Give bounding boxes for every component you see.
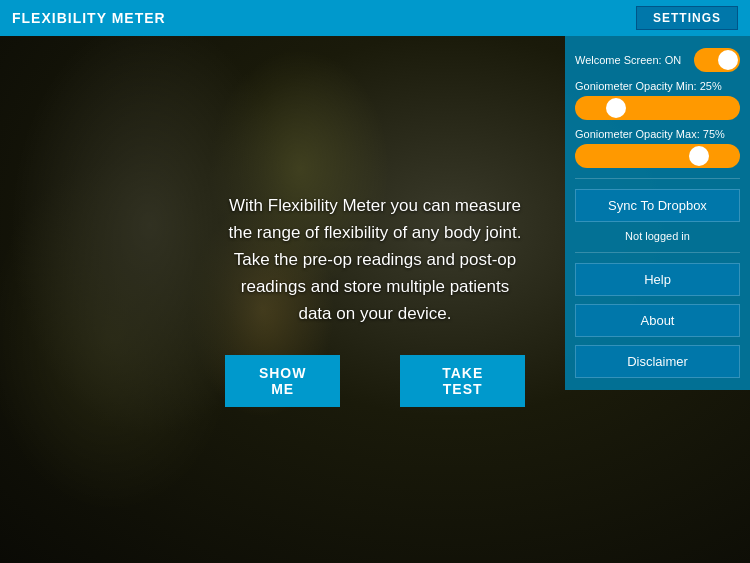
opacity-min-thumb: [606, 98, 626, 118]
welcome-screen-toggle[interactable]: [694, 48, 740, 72]
center-panel: With Flexibility Meter you can measure t…: [205, 172, 545, 428]
not-logged-in-text: Not logged in: [575, 230, 740, 242]
opacity-min-slider[interactable]: [575, 96, 740, 120]
opacity-max-label: Goniometer Opacity Max: 75%: [575, 128, 740, 140]
take-test-button[interactable]: TAKE TEST: [400, 355, 525, 407]
opacity-max-row: Goniometer Opacity Max: 75%: [575, 128, 740, 168]
top-bar: FLEXIBILITY METER SETTINGS: [0, 0, 750, 36]
divider-2: [575, 252, 740, 253]
about-button[interactable]: About: [575, 304, 740, 337]
disclaimer-button[interactable]: Disclaimer: [575, 345, 740, 378]
opacity-max-slider[interactable]: [575, 144, 740, 168]
opacity-min-row: Goniometer Opacity Min: 25%: [575, 80, 740, 120]
sync-dropbox-button[interactable]: Sync To Dropbox: [575, 189, 740, 222]
action-buttons: SHOW ME TAKE TEST: [225, 355, 525, 407]
description-text: With Flexibility Meter you can measure t…: [225, 192, 525, 328]
settings-panel: Welcome Screen: ON Goniometer Opacity Mi…: [565, 36, 750, 390]
show-me-button[interactable]: SHOW ME: [225, 355, 340, 407]
divider-1: [575, 178, 740, 179]
welcome-screen-label: Welcome Screen: ON: [575, 54, 681, 66]
opacity-max-thumb: [689, 146, 709, 166]
help-button[interactable]: Help: [575, 263, 740, 296]
settings-button[interactable]: SETTINGS: [636, 6, 738, 30]
toggle-thumb: [718, 50, 738, 70]
opacity-min-label: Goniometer Opacity Min: 25%: [575, 80, 740, 92]
welcome-screen-row: Welcome Screen: ON: [575, 48, 740, 72]
app-title: FLEXIBILITY METER: [12, 10, 166, 26]
toggle-track: [694, 48, 740, 72]
